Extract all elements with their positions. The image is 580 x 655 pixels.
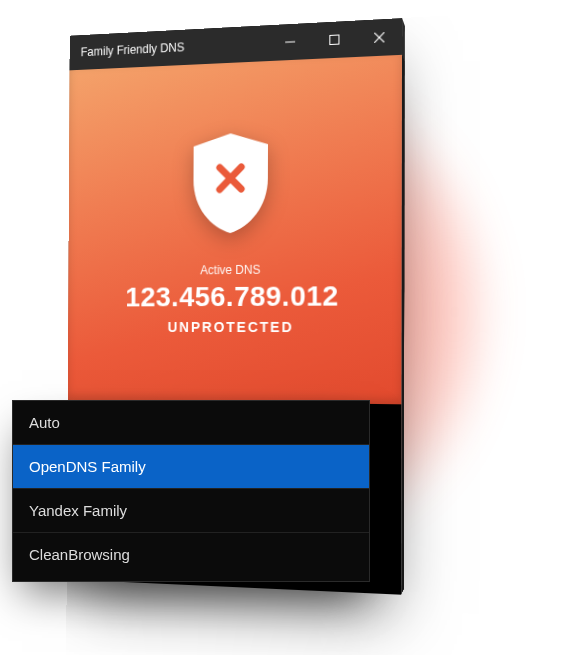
hero-panel: Active DNS 123.456.789.012 UNPROTECTED	[68, 55, 402, 404]
dns-dropdown-menu: Auto OpenDNS Family Yandex Family CleanB…	[12, 400, 370, 582]
dns-option-opendns-family[interactable]: OpenDNS Family	[13, 445, 369, 489]
dns-option-auto[interactable]: Auto	[13, 401, 369, 445]
app-title: Family Friendly DNS	[81, 36, 269, 59]
close-button[interactable]	[357, 18, 402, 57]
svg-rect-1	[330, 35, 339, 45]
svg-rect-0	[285, 41, 295, 43]
window-controls	[268, 18, 402, 61]
maximize-icon	[329, 34, 339, 45]
protection-status: UNPROTECTED	[168, 319, 294, 335]
minimize-icon	[285, 37, 295, 48]
shield-icon	[186, 128, 276, 242]
close-icon	[374, 32, 384, 43]
active-dns-value: 123.456.789.012	[125, 280, 339, 313]
dns-option-yandex-family[interactable]: Yandex Family	[13, 489, 369, 533]
maximize-button[interactable]	[312, 20, 357, 59]
dns-option-cleanbrowsing[interactable]: CleanBrowsing	[13, 533, 369, 581]
active-dns-label: Active DNS	[200, 263, 260, 278]
minimize-button[interactable]	[268, 23, 312, 61]
